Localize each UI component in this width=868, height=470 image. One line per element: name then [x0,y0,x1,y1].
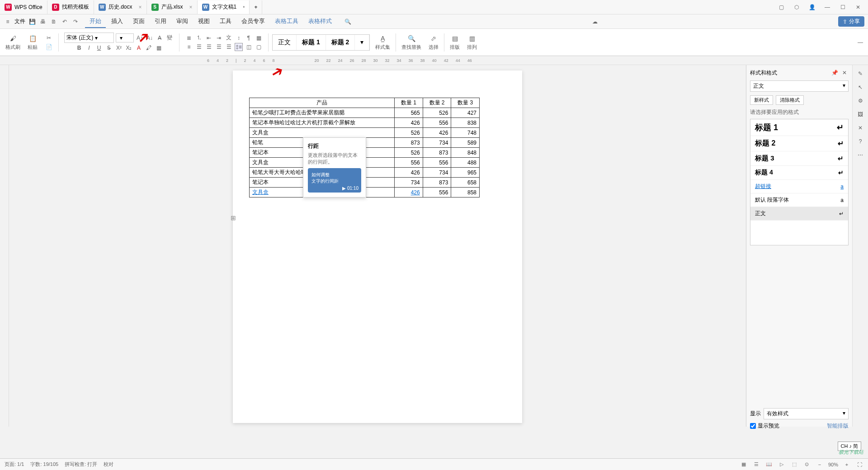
border-icon[interactable]: ▦ [255,34,263,42]
zoom-in-icon[interactable]: + [843,461,851,469]
cloud-icon[interactable]: ☁ [591,18,599,26]
window-multi-icon[interactable]: ▢ [775,2,788,13]
preview-checkbox[interactable]: 显示预览 智能排版 [750,422,849,430]
font-select[interactable]: 宋体 (正文)▾ [64,33,114,43]
document-canvas[interactable]: ⊞ 产品 数量 1 数量 2 数量 3 铅笔少哦打工时费点击爱苹果家居脂腮565… [9,65,746,427]
redo-icon[interactable]: ↷ [71,18,80,26]
show-select[interactable]: 有效样式▾ [764,408,849,419]
grow-font-icon[interactable]: A↑ [136,34,144,42]
file-menu[interactable]: 文件 [14,18,25,25]
cube-icon[interactable]: ⬡ [790,2,803,13]
undo-icon[interactable]: ↶ [61,18,69,26]
style-item-h4[interactable]: 标题 4↵ [750,166,848,180]
tab-history[interactable]: W 历史.docx × [94,0,147,14]
style-item-h1[interactable]: 标题 1↵ [750,119,848,136]
bold-icon[interactable]: B [75,44,83,52]
status-words[interactable]: 字数: 19/105 [30,461,58,468]
view-focus-icon[interactable]: ⬚ [790,461,798,469]
tools-icon[interactable]: ✕ [856,124,864,132]
style-item-h2[interactable]: 标题 2↵ [750,136,848,151]
print-icon[interactable]: 🖶 [39,18,47,26]
menu-ref[interactable]: 引用 [150,15,171,28]
strike-icon[interactable]: S̶ [105,44,113,52]
close-icon[interactable]: × [189,4,193,10]
zoom-fit-icon[interactable]: ⊙ [803,461,811,469]
cut-icon[interactable]: ✂ [45,34,53,42]
tooltip-video[interactable]: 如何调整 文字的行间距 ▶ 01:10 [308,168,361,193]
shade-icon[interactable]: ▦ [155,44,163,52]
th-qty1[interactable]: 数量 1 [395,98,423,108]
styles-set-button[interactable]: A̲ 样式集 [373,33,392,52]
borders-icon[interactable]: ▢ [255,43,263,51]
status-page[interactable]: 页面: 1/1 [5,461,24,468]
font-color-icon[interactable]: A [135,44,143,52]
find-replace-button[interactable]: 🔍 查找替换 [400,33,423,52]
style-item-h3[interactable]: 标题 3↵ [750,151,848,166]
align-left-icon[interactable]: ≡ [185,43,193,51]
avatar-icon[interactable]: 👤 [806,2,818,13]
copy-icon[interactable]: 📄 [45,43,53,51]
new-tab[interactable]: + [250,0,262,14]
current-style-select[interactable]: 正文▾ [750,80,849,92]
maximize-icon[interactable]: ☐ [836,2,849,13]
line-spacing-icon[interactable]: ‡≡ [235,43,243,51]
close-pane-icon[interactable]: ✕ [840,69,849,77]
pencil-icon[interactable]: ✎ [856,70,864,78]
table-handle-icon[interactable]: ⊞ [231,214,236,221]
style-gallery[interactable]: 正文 标题 1 标题 2 ▾ [272,34,370,51]
help-icon[interactable]: ? [856,137,864,146]
style-h1[interactable]: 标题 1 [297,35,326,50]
menu-page[interactable]: 页面 [128,15,149,28]
highlight-icon[interactable]: 🖍 [145,44,153,52]
view-print-icon[interactable]: ▦ [740,461,748,469]
style-normal[interactable]: 正文 [273,35,297,50]
menu-view[interactable]: 视图 [193,15,214,28]
close-icon[interactable]: • [243,4,245,10]
sort-icon[interactable]: ↕ [235,34,243,42]
shrink-font-icon[interactable]: A↓ [146,34,154,42]
menu-table-tools[interactable]: 表格工具 [270,15,303,28]
arrange-button[interactable]: ▥ 排列 [465,33,479,52]
underline-icon[interactable]: U [95,44,103,52]
zoom-out-icon[interactable]: − [816,461,824,469]
style-item-link[interactable]: 超链接a [750,180,848,193]
paste-button[interactable]: 📋 粘贴 [26,33,39,52]
gallery-more-icon[interactable]: ▾ [355,35,369,50]
more-icon[interactable]: ⋯ [856,151,864,159]
superscript-icon[interactable]: X² [115,44,123,52]
menu-tools[interactable]: 工具 [215,15,236,28]
style-h2[interactable]: 标题 2 [326,35,355,50]
search-icon[interactable]: 🔍 [344,18,352,26]
hamburger-icon[interactable]: ≡ [4,18,12,26]
settings-icon[interactable]: ⚙ [856,97,864,105]
shading-icon[interactable]: ◫ [245,43,253,51]
indent-icon[interactable]: ⇥ [215,34,223,42]
menu-insert[interactable]: 插入 [107,15,127,28]
cursor-icon[interactable]: ↖ [856,83,864,91]
view-outline-icon[interactable]: ☰ [752,461,760,469]
menu-table-style[interactable]: 表格样式 [304,15,336,28]
outdent-icon[interactable]: ⇤ [205,34,213,42]
size-select[interactable]: ▾ [116,33,134,42]
th-qty3[interactable]: 数量 3 [451,98,480,108]
close-window-icon[interactable]: ✕ [852,2,864,13]
th-product[interactable]: 产品 [250,98,395,108]
bullets-icon[interactable]: ≣ [185,34,193,42]
mark-icon[interactable]: ¶ [245,34,253,42]
italic-icon[interactable]: I [85,44,93,52]
minimize-icon[interactable]: — [821,2,834,13]
clear-format-button[interactable]: 清除格式 [776,95,804,105]
style-item-normal[interactable]: 正文↵ [750,207,848,221]
select-button[interactable]: ⬀ 选择 [427,33,440,52]
align-center-icon[interactable]: ☰ [195,43,203,51]
save-icon[interactable]: 💾 [28,18,36,26]
text-direction-icon[interactable]: 文 [225,34,233,42]
view-web-icon[interactable]: ▷ [778,461,786,469]
share-button[interactable]: ⇪ 分享 [838,16,864,27]
close-icon[interactable]: × [138,4,142,10]
smart-layout-link[interactable]: 智能排版 [827,422,849,430]
justify-icon[interactable]: ☰ [215,43,223,51]
zoom-level[interactable]: 90% [828,462,838,467]
menu-review[interactable]: 审阅 [172,15,193,28]
style-item-default[interactable]: 默认 段落字体a [750,193,848,207]
